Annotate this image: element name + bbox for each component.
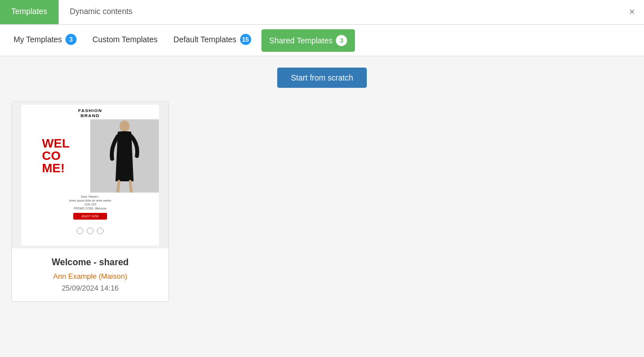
template-author: Ann Example (Maison) [21,272,159,280]
sub-tab-default-templates-label: Default Templates [174,35,237,44]
tab-templates[interactable]: Templates [0,0,59,24]
social-icon-3 [97,227,104,234]
start-from-scratch-container: Start from scratch [11,68,633,88]
my-templates-badge: 3 [65,34,77,45]
sub-tab-my-templates-label: My Templates [14,35,62,44]
template-info: Welcome - shared Ann Example (Maison) 25… [12,248,168,301]
welcome-text: WELCOME! [42,137,70,175]
shared-templates-badge: 3 [336,35,347,46]
start-from-scratch-button[interactable]: Start from scratch [277,68,366,88]
template-card[interactable]: FASHIONBRAND WELCOME! [11,101,169,302]
email-brand-header: FASHIONBRAND [21,105,159,119]
social-icon-2 [87,227,94,234]
sub-tab-shared-templates-label: Shared Templates [269,36,333,45]
close-button[interactable]: × [620,1,644,24]
tab-dynamic-contents[interactable]: Dynamic contents [59,0,144,24]
model-figure [108,119,141,193]
main-content: Start from scratch FASHIONBRAND WELCOME! [0,56,644,313]
email-body-text: Dear <Name>,lorem ipsum dolor sit amet w… [26,195,154,211]
email-text-section: Dear <Name>,lorem ipsum dolor sit amet w… [21,193,159,224]
email-cta-button: ENJOY NOW [73,213,107,220]
sub-tab-shared-templates[interactable]: Shared Templates 3 [261,29,356,52]
sub-tab-bar: My Templates 3 Custom Templates Default … [0,25,644,56]
svg-point-0 [119,121,130,132]
sub-tab-default-templates[interactable]: Default Templates 15 [166,25,259,56]
template-preview: FASHIONBRAND WELCOME! [12,102,168,248]
template-grid: FASHIONBRAND WELCOME! [11,101,633,302]
email-preview-content: FASHIONBRAND WELCOME! [21,105,159,246]
sub-tab-custom-templates-label: Custom Templates [92,35,158,44]
email-left-panel: WELCOME! [21,119,90,193]
social-icon-1 [77,227,83,234]
sub-tab-custom-templates[interactable]: Custom Templates [85,26,166,55]
default-templates-badge: 15 [240,34,251,45]
template-date: 25/09/2024 14:16 [21,284,159,292]
email-body: WELCOME! [21,119,159,193]
template-name: Welcome - shared [21,257,159,267]
sub-tab-my-templates[interactable]: My Templates 3 [6,25,85,56]
top-tab-bar: Templates Dynamic contents × [0,0,644,25]
email-right-panel [90,119,159,193]
email-social-icons [21,224,159,238]
